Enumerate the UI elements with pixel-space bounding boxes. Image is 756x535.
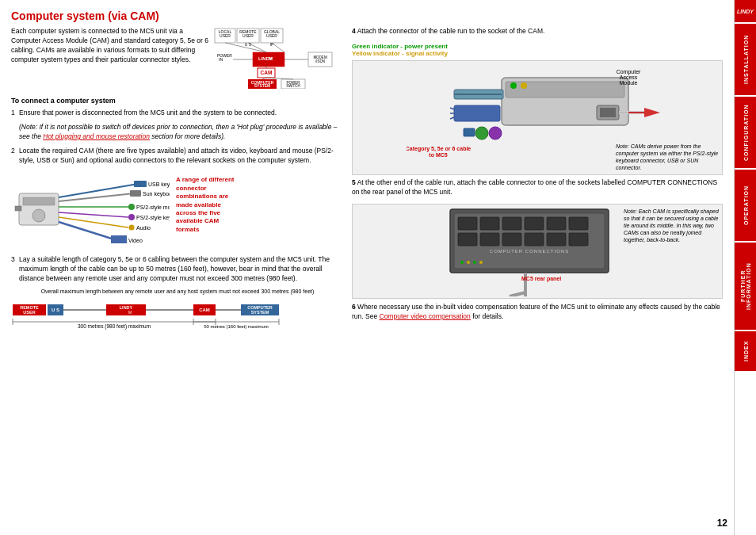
svg-point-87 [510, 82, 517, 89]
svg-point-121 [467, 261, 470, 264]
svg-rect-118 [569, 233, 588, 246]
svg-line-39 [59, 184, 138, 197]
cam-note: Note: CAMs derive power from the compute… [616, 143, 719, 171]
tab-operation[interactable]: OPERATION [735, 170, 757, 241]
svg-text:SWITCH: SWITCH [286, 84, 300, 88]
step-2: 2 Locate the required CAM (there are fiv… [11, 147, 344, 166]
svg-text:Module: Module [620, 80, 638, 86]
cable-distance-diagram: Overall maximum length between any remot… [11, 289, 344, 333]
svg-text:M: M [269, 56, 273, 61]
svg-point-123 [479, 261, 483, 264]
svg-line-125 [510, 292, 525, 296]
svg-text:Access: Access [620, 75, 638, 80]
intro-section: Each computer system is connected to the… [11, 27, 344, 90]
svg-text:MC5 rear panel: MC5 rear panel [521, 276, 561, 282]
svg-text:COMPUTER CONNECTIONS: COMPUTER CONNECTIONS [490, 249, 569, 254]
svg-text:to MC5: to MC5 [429, 152, 447, 158]
cam-photo-area: Computer Access Module Category 5, 5e or… [352, 60, 723, 175]
svg-text:PS/2-style mouse: PS/2-style mouse [136, 204, 170, 211]
svg-rect-113 [458, 233, 477, 246]
svg-point-96 [489, 127, 502, 139]
tab-configuration[interactable]: CONFIGURATION [735, 97, 757, 168]
svg-point-37 [32, 209, 45, 222]
svg-rect-112 [569, 217, 588, 230]
sidebar: LINDY INSTALLATION CONFIGURATION OPERATI… [734, 0, 756, 535]
svg-rect-110 [525, 217, 544, 230]
cam-svg-area: USB keyboard/mouse Sun keyboard/mouse PS… [11, 170, 170, 250]
svg-text:SYSTEM: SYSTEM [254, 83, 271, 88]
lindy-logo: LINDY [735, 0, 757, 22]
svg-rect-91 [454, 105, 500, 121]
step-6: 6 Where necessary use the in-built video… [352, 303, 723, 322]
left-column: Each computer system is connected to the… [11, 27, 344, 529]
tab-further-information[interactable]: FURTHER INFORMATION [735, 243, 757, 330]
svg-rect-43 [130, 190, 141, 197]
svg-rect-116 [525, 233, 544, 246]
svg-text:IN: IN [219, 57, 223, 62]
hot-plug-link[interactable]: Hot plugging and mouse restoration [43, 132, 150, 140]
svg-text:USER: USER [23, 310, 35, 315]
svg-text:CAM: CAM [261, 70, 273, 75]
content-area: Each computer system is connected to the… [11, 27, 723, 529]
cam-format-label: A range of different connector combinati… [176, 176, 239, 250]
svg-point-88 [521, 82, 527, 89]
svg-rect-109 [502, 217, 521, 230]
svg-line-29 [272, 43, 284, 52]
indicators-section: Green indicator - power present Yellow i… [352, 43, 723, 57]
page-number: 12 [717, 518, 727, 529]
svg-line-34 [266, 78, 293, 79]
svg-rect-111 [547, 217, 566, 230]
yellow-indicator: Yellow indicator - signal activity [352, 50, 723, 57]
svg-rect-38 [15, 206, 21, 211]
mc5-note: Note: Each CAM is specifically shaped so… [624, 208, 719, 243]
svg-rect-107 [458, 217, 477, 230]
step-5: 5 At the other end of the cable run, att… [352, 178, 723, 197]
svg-text:300 metres (980 feet) maximum: 300 metres (980 feet) maximum [78, 323, 151, 330]
cam-connectors-svg: USB keyboard/mouse Sun keyboard/mouse PS… [11, 170, 170, 249]
main-content: Computer system (via CAM) Each computer … [0, 0, 734, 535]
svg-text:Audio: Audio [136, 225, 151, 231]
svg-rect-55 [111, 235, 127, 243]
svg-line-28 [248, 43, 266, 52]
svg-rect-114 [480, 233, 499, 246]
step-3: 3 Lay a suitable length of category 5, 5… [11, 255, 344, 284]
cable-title: Overall maximum length between any remot… [11, 289, 344, 294]
svg-point-120 [460, 261, 464, 264]
svg-text:Sun keyboard/mouse: Sun keyboard/mouse [143, 191, 170, 197]
svg-rect-36 [23, 197, 55, 205]
video-compensation-link[interactable]: Computer video compensation [380, 312, 471, 320]
svg-line-93 [450, 108, 454, 109]
step-4: 4 Attach the connector of the cable run … [352, 27, 723, 36]
intro-text: Each computer system is connected to the… [11, 27, 210, 65]
svg-line-42 [59, 193, 134, 201]
svg-rect-108 [480, 217, 499, 230]
tab-installation[interactable]: INSTALLATION [735, 24, 757, 95]
page-title: Computer system (via CAM) [11, 10, 723, 22]
svg-text:USER: USER [220, 33, 231, 38]
network-diagram: LOCAL USER REMOTE USER GLOBAL USER U S I… [213, 27, 344, 90]
svg-text:SYSTEM: SYSTEM [251, 310, 269, 315]
cable-diagram-svg: REMOTE USER U S LINDY M CAM [11, 296, 320, 331]
network-diagram-svg: LOCAL USER REMOTE USER GLOBAL USER U S I… [213, 27, 344, 89]
svg-marker-98 [644, 108, 660, 117]
step-1: 1 Ensure that power is disconnected from… [11, 109, 344, 118]
tab-index[interactable]: INDEX [735, 331, 757, 371]
svg-text:M: M [128, 310, 132, 315]
svg-rect-97 [464, 128, 475, 136]
svg-rect-84 [600, 108, 616, 117]
svg-point-49 [128, 214, 135, 220]
svg-point-46 [128, 204, 135, 210]
green-indicator: Green indicator - power present [352, 43, 723, 50]
svg-point-95 [475, 127, 488, 139]
cam-connectors-section: USB keyboard/mouse Sun keyboard/mouse PS… [11, 170, 344, 250]
svg-text:Video: Video [128, 238, 143, 243]
svg-rect-40 [134, 181, 147, 187]
svg-text:USER: USER [242, 33, 254, 38]
svg-rect-117 [547, 233, 566, 246]
svg-text:Category 5, 5e or 6 cable: Category 5, 5e or 6 cable [407, 146, 471, 152]
svg-point-122 [473, 261, 476, 264]
svg-text:U S: U S [52, 308, 59, 312]
svg-text:USB keyboard/mouse: USB keyboard/mouse [148, 182, 170, 188]
rear-panel-area: COMPUTER CONNECTIONS MC5 rear panel Note… [352, 204, 723, 299]
svg-text:CAM: CAM [199, 308, 210, 312]
